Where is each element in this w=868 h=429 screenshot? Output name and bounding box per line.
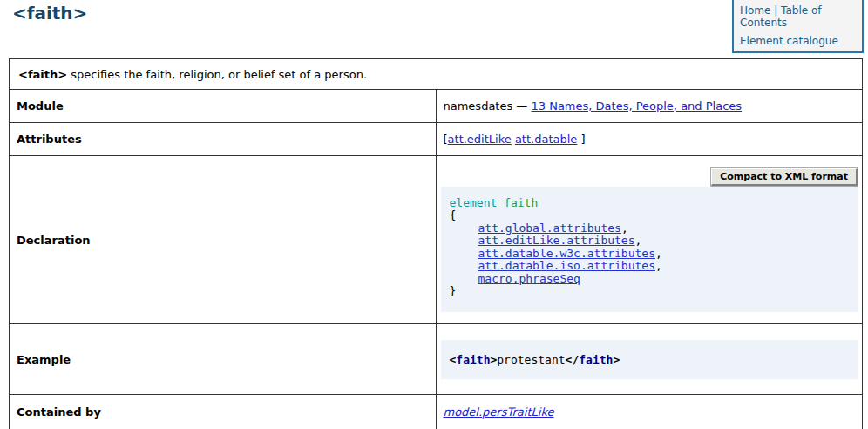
nav-link-element-catalogue[interactable]: Element catalogue (740, 35, 838, 47)
description-cell: <faith> specifies the faith, religion, o… (10, 59, 863, 90)
comma: , (621, 221, 628, 235)
description-tag: <faith> (18, 68, 67, 81)
declaration-value-cell: Compact to XML format element faith { at… (436, 156, 863, 324)
code-line-link: att.editLike.attributes, (450, 235, 850, 248)
declaration-link-att-datable-w3c-attributes[interactable]: att.datable.w3c.attributes (478, 247, 656, 260)
attribute-class-link-datable[interactable]: att.datable (515, 133, 577, 146)
contained-by-label: Contained by (10, 395, 437, 429)
example-end-close-bracket: > (613, 353, 620, 366)
module-name: namesdates — (444, 99, 532, 112)
example-end-tag-name: faith (579, 353, 613, 366)
comma: , (655, 247, 662, 260)
code-line-open-brace: { (450, 209, 850, 222)
code-element-name: faith (504, 196, 538, 209)
code-line-element: element faith (450, 197, 850, 210)
code-line-link: att.datable.w3c.attributes, (450, 248, 850, 261)
attributes-label: Attributes (10, 123, 437, 156)
compact-to-xml-format-button[interactable]: Compact to XML format (711, 168, 858, 186)
comma: , (655, 259, 662, 272)
example-tag-name: faith (456, 353, 490, 366)
nav-row-secondary: Element catalogue (740, 35, 856, 47)
declaration-link-att-datable-iso-attributes[interactable]: att.datable.iso.attributes (478, 259, 656, 272)
code-line-link: macro.phraseSeq (450, 273, 850, 286)
example-end-open-bracket: </ (566, 353, 580, 366)
close-brace: } (450, 284, 457, 297)
code-line-link: att.datable.iso.attributes, (450, 260, 850, 273)
code-keyword-element: element (450, 196, 498, 209)
table-row-contained-by: Contained by model.persTraitLike (10, 395, 863, 429)
nav-row-primary: Home | Table of Contents (740, 4, 856, 29)
nav-box: Home | Table of Contents Element catalog… (732, 0, 864, 53)
example-code-block: <faith>protestant</faith> (441, 340, 858, 379)
nav-separator: | (770, 4, 781, 17)
table-row-attributes: Attributes [att.editLike att.datable ] (10, 123, 863, 156)
model-perstraitlike-link[interactable]: model.persTraitLike (444, 405, 554, 419)
example-content: protestant (497, 353, 565, 366)
declaration-code-block: element faith { att.global.attributes, a… (441, 187, 858, 312)
element-reference-table: <faith> specifies the faith, religion, o… (9, 58, 863, 429)
declaration-label: Declaration (10, 156, 437, 324)
declaration-link-macro-phraseseq[interactable]: macro.phraseSeq (478, 272, 580, 285)
attributes-close-bracket: ] (577, 133, 585, 146)
declaration-link-att-global-attributes[interactable]: att.global.attributes (478, 221, 621, 235)
table-row-module: Module namesdates — 13 Names, Dates, Peo… (10, 90, 863, 123)
code-line-link: att.global.attributes, (450, 222, 850, 235)
page-header: <faith> Home | Table of Contents Element… (0, 0, 868, 58)
table-row-description: <faith> specifies the faith, religion, o… (10, 59, 863, 90)
comma: , (635, 234, 642, 247)
declaration-link-att-editlike-attributes[interactable]: att.editLike.attributes (478, 234, 635, 247)
code-line-close-brace: } (450, 285, 850, 298)
module-chapter-link[interactable]: 13 Names, Dates, People, and Places (532, 99, 743, 112)
example-value-cell: <faith>protestant</faith> (436, 324, 863, 395)
nav-link-home[interactable]: Home (740, 4, 770, 17)
description-text: specifies the faith, religion, or belief… (67, 68, 367, 81)
table-row-example: Example <faith>protestant</faith> (10, 324, 863, 395)
module-label: Module (10, 90, 437, 123)
module-value-cell: namesdates — 13 Names, Dates, People, an… (436, 90, 863, 123)
example-label: Example (10, 324, 437, 395)
open-brace: { (450, 208, 457, 221)
page-title: <faith> (12, 3, 87, 24)
table-row-declaration: Declaration Compact to XML format elemen… (10, 156, 863, 324)
attributes-value-cell: [att.editLike att.datable ] (436, 123, 863, 156)
declaration-button-bar: Compact to XML format (441, 168, 858, 186)
contained-by-value-cell: model.persTraitLike (436, 395, 863, 429)
attribute-class-link-editlike[interactable]: att.editLike (448, 133, 512, 146)
